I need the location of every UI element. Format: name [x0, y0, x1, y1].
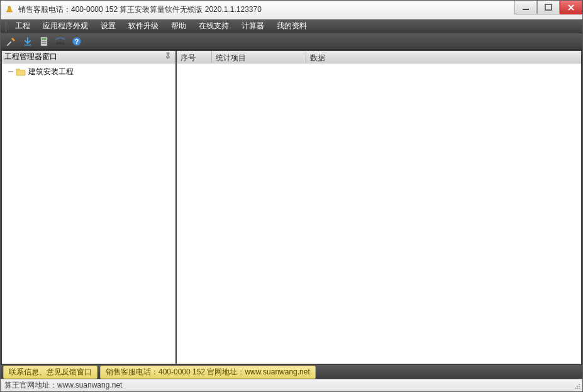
tree-root-node[interactable]: 建筑安装工程 — [7, 66, 175, 77]
menu-settings[interactable]: 设置 — [94, 19, 122, 33]
svg-text:?: ? — [75, 38, 79, 45]
footer-text: 算王官网地址：www.suanwang.net — [4, 380, 122, 391]
grid-col-spacer — [518, 51, 581, 63]
footer: 算王官网地址：www.suanwang.net — [1, 379, 582, 391]
menu-calculator[interactable]: 计算器 — [235, 19, 270, 33]
menu-project[interactable]: 工程 — [9, 19, 36, 33]
tools-icon[interactable] — [6, 36, 17, 47]
window-title: 销售客服电话：400-0000 152 算王安装算量软件无锁版 2020.1.1… — [18, 4, 262, 15]
main-area: 工程管理器窗口 建筑安装工程 — [1, 50, 582, 365]
grid-col-index[interactable]: 序号 — [177, 51, 212, 63]
svg-rect-0 — [523, 9, 529, 10]
folder-icon — [16, 67, 26, 76]
svg-point-17 — [577, 386, 578, 387]
pin-icon[interactable] — [164, 52, 173, 61]
toolbar: DWG ? — [1, 33, 582, 50]
maximize-button[interactable] — [537, 1, 560, 14]
menubar: 工程 应用程序外观 设置 软件升级 帮助 在线支持 计算器 我的资料 — [1, 19, 582, 33]
minimize-button[interactable] — [514, 1, 537, 14]
menu-upgrade[interactable]: 软件升级 — [122, 19, 165, 33]
tree-node-label: 建筑安装工程 — [28, 67, 74, 77]
statusbar: 联系信息、意见反馈窗口 销售客服电话：400-0000 152 官网地址：www… — [1, 365, 582, 379]
download-icon[interactable] — [22, 36, 33, 47]
svg-rect-9 — [43, 43, 45, 44]
svg-rect-6 — [43, 41, 45, 42]
svg-point-18 — [577, 388, 578, 389]
grid-body — [177, 63, 581, 364]
menu-separator — [6, 21, 6, 31]
svg-point-19 — [575, 388, 576, 389]
status-contact[interactable]: 销售客服电话：400-0000 152 官网地址：www.suanwang.ne… — [100, 366, 316, 379]
svg-point-16 — [579, 388, 580, 389]
calculator-icon[interactable] — [38, 36, 50, 47]
panel-title: 工程管理器窗口 — [4, 52, 57, 62]
svg-rect-2 — [25, 45, 31, 46]
svg-point-14 — [579, 384, 580, 385]
menu-appearance[interactable]: 应用程序外观 — [36, 19, 94, 33]
status-feedback[interactable]: 联系信息、意见反馈窗口 — [3, 366, 97, 379]
project-tree-panel: 工程管理器窗口 建筑安装工程 — [2, 51, 175, 364]
grid-col-data[interactable]: 数据 — [306, 51, 518, 63]
svg-rect-4 — [42, 38, 47, 40]
help-icon[interactable]: ? — [71, 36, 82, 47]
project-tree: 建筑安装工程 — [2, 63, 175, 364]
window-controls — [514, 1, 582, 14]
svg-rect-7 — [45, 41, 47, 42]
grid-header: 序号 统计项目 数据 — [177, 51, 581, 63]
svg-rect-1 — [545, 4, 552, 10]
grid-col-item[interactable]: 统计项目 — [212, 51, 306, 63]
svg-rect-10 — [45, 43, 47, 44]
dwg-icon[interactable]: DWG — [55, 36, 66, 47]
expander-icon[interactable] — [7, 68, 14, 75]
svg-rect-8 — [42, 43, 43, 44]
svg-rect-5 — [42, 41, 43, 42]
app-icon — [4, 5, 14, 15]
svg-point-15 — [579, 386, 580, 387]
resize-grip-icon[interactable] — [572, 381, 581, 390]
close-button[interactable] — [560, 1, 582, 14]
titlebar: 销售客服电话：400-0000 152 算王安装算量软件无锁版 2020.1.1… — [1, 1, 582, 19]
menu-help[interactable]: 帮助 — [165, 19, 192, 33]
svg-text:DWG: DWG — [56, 41, 64, 45]
menu-online-support[interactable]: 在线支持 — [192, 19, 235, 33]
menu-my-profile[interactable]: 我的资料 — [270, 19, 313, 33]
data-grid-panel: 序号 统计项目 数据 — [177, 51, 581, 364]
panel-header: 工程管理器窗口 — [2, 51, 175, 63]
